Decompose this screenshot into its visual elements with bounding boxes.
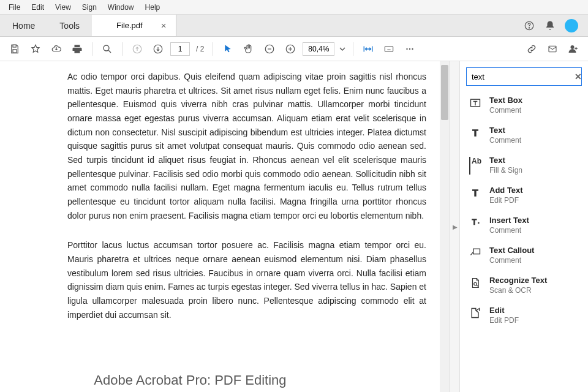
result-item[interactable]: Add TextEdit PDF: [460, 181, 586, 211]
result-icon: [469, 186, 482, 205]
zoom-out-icon[interactable]: [261, 40, 278, 58]
menu-sign[interactable]: Sign: [77, 2, 102, 13]
menubar: File Edit View Sign Window Help: [0, 0, 588, 15]
result-item[interactable]: Insert TextComment: [460, 211, 586, 241]
result-title: Text Callout: [489, 246, 534, 255]
doc-paragraph: Ac odio tempor orci dapibus. Quis eleife…: [67, 70, 426, 222]
result-icon: [469, 96, 482, 115]
pointer-icon[interactable]: [219, 40, 236, 58]
result-sub: Fill & Sign: [489, 166, 522, 175]
menu-edit[interactable]: Edit: [26, 2, 49, 13]
result-item[interactable]: Recognize TextScan & OCR: [460, 271, 586, 301]
toolbar: / 2: [0, 37, 588, 61]
svg-rect-16: [473, 249, 480, 254]
star-icon[interactable]: [27, 40, 44, 58]
result-sub: Edit PDF: [489, 196, 523, 205]
cloud-icon[interactable]: [48, 40, 65, 58]
more-icon[interactable]: [401, 40, 418, 58]
save-icon[interactable]: [6, 40, 23, 58]
watermark-label: Adobe Acrobat Pro: PDF Editing: [94, 372, 286, 388]
svg-rect-9: [385, 47, 393, 51]
doc-scrollbar[interactable]: [440, 61, 450, 392]
result-title: Add Text: [489, 186, 523, 195]
svg-point-17: [474, 282, 477, 285]
link-icon[interactable]: [523, 40, 540, 58]
side-panel-toggle[interactable]: ▶: [450, 61, 459, 392]
tab-file-label: File.pdf: [116, 21, 143, 30]
result-title: Insert Text: [489, 216, 529, 225]
page-total-label: / 2: [194, 45, 206, 53]
result-item[interactable]: AbTextFill & Sign: [460, 151, 586, 181]
add-person-icon[interactable]: [565, 40, 582, 58]
result-sub: Comment: [489, 136, 521, 145]
result-item[interactable]: Text CalloutComment: [460, 241, 586, 271]
menu-window[interactable]: Window: [103, 2, 139, 13]
document-viewport[interactable]: Ac odio tempor orci dapibus. Quis eleife…: [0, 61, 450, 392]
result-item[interactable]: TextComment: [460, 121, 586, 151]
help-icon[interactable]: [523, 20, 535, 32]
mail-icon[interactable]: [544, 40, 561, 58]
result-item[interactable]: EditEdit PDF: [460, 301, 586, 331]
svg-point-10: [407, 48, 408, 49]
svg-point-1: [529, 27, 529, 28]
print-icon[interactable]: [69, 40, 86, 58]
result-icon: Ab: [469, 156, 482, 175]
menu-help[interactable]: Help: [140, 2, 165, 13]
tab-home[interactable]: Home: [0, 15, 47, 36]
svg-point-4: [104, 45, 109, 51]
avatar[interactable]: [565, 19, 578, 32]
page-number-input[interactable]: [170, 42, 190, 56]
result-title: Text Box: [489, 96, 522, 105]
result-title: Recognize Text: [489, 276, 547, 285]
fit-width-icon[interactable]: [360, 40, 377, 58]
result-sub: Comment: [489, 256, 534, 265]
search-box: ✕: [466, 67, 582, 86]
keyboard-icon[interactable]: [380, 40, 398, 58]
svg-rect-13: [549, 46, 556, 51]
result-icon: [469, 216, 482, 235]
clear-search-icon[interactable]: ✕: [575, 72, 582, 81]
page-down-icon[interactable]: [149, 40, 167, 58]
result-item[interactable]: Text BoxComment: [460, 91, 586, 121]
result-icon: [469, 306, 482, 325]
result-sub: Comment: [489, 226, 529, 235]
tabbar: Home Tools File.pdf ×: [0, 15, 588, 37]
svg-rect-3: [13, 49, 17, 52]
zoom-dropdown-icon[interactable]: [338, 40, 347, 58]
result-icon: [469, 246, 482, 265]
zoom-input[interactable]: [303, 42, 334, 56]
search-results: Text BoxCommentTextCommentAbTextFill & S…: [460, 91, 588, 392]
result-sub: Scan & OCR: [489, 286, 547, 295]
result-title: Text: [489, 156, 522, 165]
result-sub: Comment: [489, 106, 522, 115]
close-icon[interactable]: ×: [161, 20, 167, 31]
tab-tools[interactable]: Tools: [47, 15, 92, 36]
result-title: Edit: [489, 306, 519, 315]
result-icon: [469, 276, 482, 295]
tools-search-panel: ✕ Text BoxCommentTextCommentAbTextFill &…: [459, 61, 588, 392]
menu-file[interactable]: File: [4, 2, 25, 13]
main-area: ▶ Ac odio tempor orci dapibus. Quis elei…: [0, 61, 588, 392]
svg-point-12: [412, 48, 413, 49]
search-input[interactable]: [472, 72, 575, 81]
hand-icon[interactable]: [240, 40, 257, 58]
search-icon[interactable]: [99, 40, 116, 58]
menu-view[interactable]: View: [50, 2, 76, 13]
svg-point-11: [409, 48, 410, 49]
zoom-in-icon[interactable]: [282, 40, 299, 58]
tab-file[interactable]: File.pdf ×: [92, 15, 176, 36]
page-up-icon[interactable]: [129, 40, 146, 58]
svg-rect-2: [13, 45, 16, 47]
result-icon: [469, 126, 482, 145]
svg-point-14: [571, 45, 575, 49]
doc-paragraph: Porttitor lacus luctus accumsan tortor p…: [67, 238, 426, 322]
result-title: Text: [489, 126, 521, 135]
bell-icon[interactable]: [544, 20, 556, 32]
result-sub: Edit PDF: [489, 316, 519, 325]
